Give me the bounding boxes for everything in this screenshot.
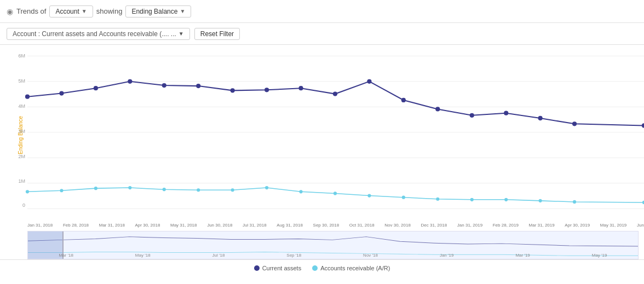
x-label-jan18: Jan 31, 2018 xyxy=(27,223,53,228)
legend-current-assets-label: Current assets xyxy=(262,265,302,271)
minimap-label-mar19: Mar '19 xyxy=(515,253,530,258)
svg-point-30 xyxy=(197,188,200,192)
legend-current-assets-dot xyxy=(254,265,260,271)
minimap-label-may18: May '18 xyxy=(135,253,151,258)
top-bar: ◉ Trends of Account ▼ showing Ending Bal… xyxy=(0,0,644,23)
x-label-nov18: Nov 30, 2018 xyxy=(384,223,411,228)
x-label-may19: May 31, 2019 xyxy=(600,223,626,228)
svg-point-36 xyxy=(402,196,405,199)
svg-point-8 xyxy=(59,91,64,95)
svg-point-24 xyxy=(642,123,644,127)
x-label-jul18: Jul 31, 2018 xyxy=(243,223,267,228)
y-tick-6m: 6M xyxy=(18,53,25,59)
filter-bar: Account : Current assets and Accounts re… xyxy=(0,23,644,45)
minimap-label-mar18: Mar '18 xyxy=(59,253,73,258)
x-label-feb18: Feb 28, 2018 xyxy=(63,223,89,228)
minimap-label-may19: May '19 xyxy=(592,253,607,258)
account-filter-tag[interactable]: Account : Current assets and Accounts re… xyxy=(7,28,190,40)
chart-area: Ending Balance 6M 5M 4M 3M 2M 1M 0 xyxy=(0,45,644,231)
svg-point-14 xyxy=(264,88,269,92)
x-label-apr19: Apr 30, 2019 xyxy=(565,223,590,228)
svg-point-21 xyxy=(504,111,508,115)
minimap-label-nov18: Nov '18 xyxy=(363,253,378,258)
legend-ar: Accounts receivable (A/R) xyxy=(312,265,390,271)
svg-point-20 xyxy=(470,113,474,118)
svg-point-34 xyxy=(334,192,337,195)
svg-point-39 xyxy=(504,198,508,201)
svg-point-32 xyxy=(265,186,268,189)
ending-balance-dropdown[interactable]: Ending Balance ▼ xyxy=(125,5,191,18)
svg-point-18 xyxy=(401,98,406,102)
ar-line xyxy=(27,188,644,202)
minimap-container: Mar '18 May '18 Jul '18 Sep '18 Nov '18 … xyxy=(27,231,639,259)
svg-point-38 xyxy=(470,198,474,201)
trends-of-label: Trends of xyxy=(16,7,46,15)
svg-point-23 xyxy=(572,121,577,126)
y-tick-3m: 3M xyxy=(18,129,25,134)
svg-point-13 xyxy=(231,88,235,92)
account-dropdown[interactable]: Account ▼ xyxy=(49,5,93,18)
reset-filter-button[interactable]: Reset Filter xyxy=(194,28,240,40)
svg-point-27 xyxy=(94,187,97,190)
x-label-mar18: Mar 31, 2018 xyxy=(99,223,125,228)
svg-point-22 xyxy=(538,116,543,120)
x-label-mar19: Mar 31, 2019 xyxy=(529,223,555,228)
showing-label: showing xyxy=(96,7,123,15)
svg-point-29 xyxy=(163,188,166,191)
current-assets-line xyxy=(27,82,644,126)
svg-point-16 xyxy=(333,91,337,96)
svg-point-28 xyxy=(128,186,131,189)
svg-point-35 xyxy=(367,194,371,197)
svg-point-7 xyxy=(25,95,30,99)
svg-point-33 xyxy=(299,190,302,193)
x-label-feb19: Feb 28, 2019 xyxy=(493,223,519,228)
y-tick-2m: 2M xyxy=(18,154,25,159)
x-label-oct18: Oct 31, 2018 xyxy=(349,223,375,228)
legend-ar-dot xyxy=(312,265,318,271)
svg-point-19 xyxy=(435,107,440,111)
filter-tag-arrow: ▼ xyxy=(179,31,184,37)
svg-point-26 xyxy=(60,189,63,192)
ending-balance-arrow: ▼ xyxy=(180,8,185,14)
legend-ar-label: Accounts receivable (A/R) xyxy=(320,265,390,271)
x-label-jun: Jun xyxy=(637,223,644,228)
y-tick-4m: 4M xyxy=(18,103,25,109)
y-tick-5m: 5M xyxy=(18,78,25,84)
minimap-label-sep18: Sep '18 xyxy=(286,253,301,258)
legend-current-assets: Current assets xyxy=(254,265,302,271)
x-label-jun18: Jun 30, 2018 xyxy=(207,223,232,228)
x-label-aug18: Aug 31, 2018 xyxy=(277,223,303,228)
legend-area: Current assets Accounts receivable (A/R) xyxy=(0,259,644,276)
y-axis-label: Ending Balance xyxy=(18,116,24,154)
x-label-apr18: Apr 30, 2018 xyxy=(135,223,160,228)
svg-point-41 xyxy=(573,200,576,204)
main-chart-svg xyxy=(27,50,644,220)
y-tick-0: 0 xyxy=(22,202,25,208)
svg-point-10 xyxy=(128,79,132,84)
x-label-sep18: Sep 30, 2018 xyxy=(313,223,340,228)
y-tick-1m: 1M xyxy=(18,178,25,184)
x-label-jan19: Jan 31, 2019 xyxy=(457,223,482,228)
trends-circle-icon: ◉ xyxy=(7,7,13,16)
svg-point-12 xyxy=(196,84,200,88)
svg-point-37 xyxy=(436,198,439,201)
svg-point-31 xyxy=(231,188,234,192)
account-dropdown-arrow: ▼ xyxy=(82,8,87,14)
svg-point-25 xyxy=(26,190,29,193)
svg-point-40 xyxy=(539,199,542,202)
svg-point-11 xyxy=(162,83,166,88)
minimap-label-jan19: Jan '19 xyxy=(440,253,454,258)
minimap-label-jul18: Jul '18 xyxy=(212,253,225,258)
x-label-dec18: Dec 31, 2018 xyxy=(421,223,447,228)
svg-point-9 xyxy=(94,86,98,90)
svg-point-15 xyxy=(298,86,303,90)
x-label-may18: May 31, 2018 xyxy=(170,223,197,228)
svg-point-17 xyxy=(367,79,371,84)
